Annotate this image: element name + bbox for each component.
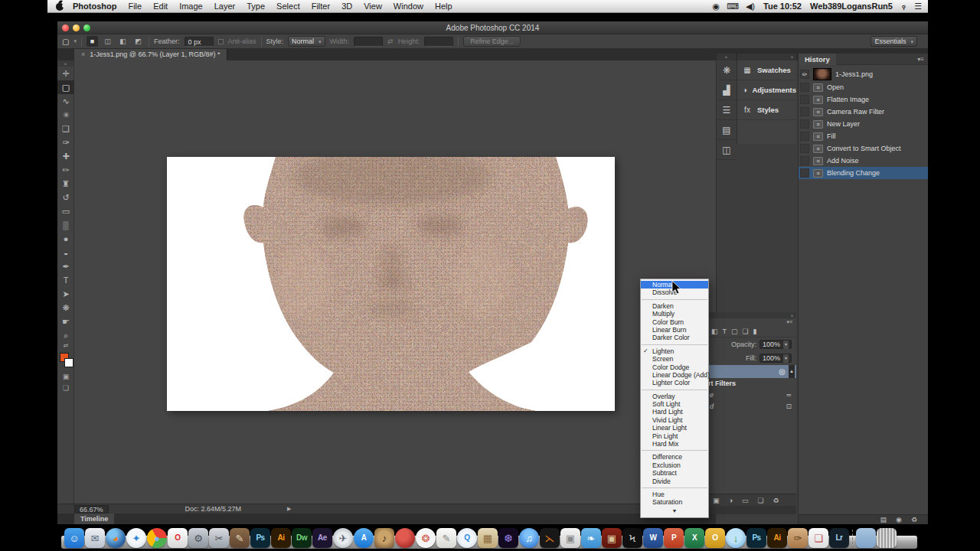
dock-firefox[interactable]: ◕ <box>106 528 126 548</box>
status-menu-arrow-icon[interactable]: ▶ <box>287 506 291 512</box>
dock-red-frame-app[interactable]: ▣ <box>602 528 622 548</box>
dock-photos-app[interactable]: ▣ <box>560 528 580 548</box>
intersect-selection-icon[interactable]: ◩ <box>132 36 144 47</box>
healing-brush-tool[interactable]: ✚ <box>57 149 74 163</box>
document-tab[interactable]: × 1-Jess1.png @ 66.7% (Layer 1, RGB/8#) … <box>74 49 227 60</box>
history-source-well[interactable] <box>800 119 809 129</box>
menu-item-view[interactable]: View <box>364 2 382 11</box>
histogram-panel-icon[interactable]: ▟ <box>717 80 737 100</box>
hand-tool[interactable]: ☛ <box>57 315 74 328</box>
color-panel-icon[interactable]: ❋ <box>717 60 737 80</box>
delete-state-icon[interactable]: ♻ <box>911 515 917 525</box>
swap-dimensions-icon[interactable]: ⇄ <box>387 37 394 45</box>
active-tool-icon[interactable]: ▢ <box>62 37 69 46</box>
zoom-level-input[interactable]: 66.67% <box>74 505 109 514</box>
antialias-checkbox[interactable] <box>218 39 224 44</box>
dock-photoshop[interactable]: Ps <box>250 528 270 548</box>
dock-globe-download[interactable]: ↓ <box>726 528 746 548</box>
locked-layer-row[interactable]: d ⊡ <box>705 400 796 412</box>
screen-mode-button[interactable]: ❏ <box>57 383 74 394</box>
dock-safari[interactable]: ✦ <box>126 528 146 548</box>
zoom-window-button[interactable] <box>83 24 90 31</box>
history-brush-tool[interactable]: ↺ <box>57 191 74 204</box>
dock-dreamweaver[interactable]: Dw <box>292 528 312 548</box>
menu-item-filter[interactable]: Filter <box>312 2 330 11</box>
dock-picasa[interactable]: ❂ <box>416 528 436 548</box>
move-tool[interactable]: ✛ <box>57 67 74 80</box>
blend-mode-difference[interactable]: Difference <box>641 453 708 461</box>
notification-center-icon[interactable]: ☰ <box>914 2 922 11</box>
filter-blend-icon[interactable]: ≂ <box>786 391 792 399</box>
opacity-input[interactable]: 100%▾ <box>760 340 792 349</box>
dock-chrome[interactable]: ● <box>147 528 167 548</box>
menu-item-photoshop[interactable]: Photoshop <box>73 2 116 11</box>
filter-shape-icon[interactable]: ▢ <box>731 328 738 335</box>
delete-layer-icon[interactable]: ♻ <box>773 497 779 504</box>
dock-candy-apple[interactable] <box>395 528 415 548</box>
document-canvas[interactable] <box>167 157 615 411</box>
apple-menu-icon[interactable] <box>55 1 65 11</box>
info-panel-icon[interactable]: ▤ <box>717 120 737 140</box>
dock-downloads-folder[interactable] <box>856 528 876 548</box>
blend-mode-linear-light[interactable]: Linear Light <box>641 424 708 432</box>
dock-desk-set[interactable]: ✎ <box>230 528 250 548</box>
input-source-icon[interactable]: ⌨ <box>727 2 739 11</box>
history-state-row[interactable]: ≡Flatten Image <box>799 93 928 106</box>
eraser-tool[interactable]: ▭ <box>57 204 74 218</box>
menu-item-type[interactable]: Type <box>247 2 265 11</box>
menu-item-file[interactable]: File <box>128 2 142 11</box>
style-dropdown[interactable]: Normal▾ <box>288 36 325 47</box>
history-source-well[interactable] <box>800 156 809 165</box>
add-to-selection-icon[interactable]: ◫ <box>102 36 113 47</box>
new-layer-icon[interactable]: ❏ <box>757 497 763 504</box>
menu-item-edit[interactable]: Edit <box>153 2 168 11</box>
dock-opera[interactable]: O <box>168 528 188 548</box>
dock-launchpad[interactable]: ✈ <box>333 528 353 548</box>
blend-mode-overlay[interactable]: Overlay <box>641 393 708 400</box>
filter-attribute-icon[interactable]: ▮ <box>753 328 757 335</box>
type-tool[interactable]: T <box>57 273 74 287</box>
tab-adjustments[interactable]: ◑Adjustments <box>737 80 796 100</box>
dock-illustrator-2[interactable]: Ai <box>767 528 787 548</box>
dock-finder[interactable]: ☺ <box>64 528 84 548</box>
history-state-row[interactable]: ≡Blending Change <box>799 167 928 179</box>
spotlight-icon[interactable]: ⌕ <box>898 1 909 11</box>
new-group-icon[interactable]: ▭ <box>742 497 749 504</box>
dock-zigzag-app[interactable]: Ϟ <box>622 528 642 548</box>
dock-system-preferences[interactable]: ⚙ <box>188 528 208 548</box>
history-source-well[interactable] <box>800 168 809 178</box>
new-adjustment-layer-icon[interactable]: ◑ <box>729 497 733 504</box>
background-color-swatch[interactable] <box>64 358 74 367</box>
dock-twitter[interactable]: ❧ <box>581 528 601 548</box>
dock-app-store[interactable]: A <box>354 528 374 548</box>
close-window-button[interactable] <box>62 24 69 31</box>
width-input[interactable] <box>354 37 383 47</box>
dock-word[interactable]: W <box>643 528 663 548</box>
workspace-dropdown[interactable]: Essentials▾ <box>871 36 917 47</box>
menu-item-3d[interactable]: 3D <box>341 2 352 11</box>
panel-collapse-icon[interactable]: » <box>737 54 796 60</box>
history-source-well[interactable] <box>800 132 809 141</box>
subtract-from-selection-icon[interactable]: ◧ <box>117 36 129 47</box>
history-state-row[interactable]: ≡New Layer <box>799 118 928 130</box>
quick-mask-button[interactable]: ▣ <box>57 371 74 383</box>
history-source-well[interactable] <box>800 95 809 104</box>
dock-fractal-app[interactable]: ❆ <box>498 528 518 548</box>
history-snapshot-row[interactable]: ✏1-Jess1.png <box>799 67 928 81</box>
dock-grab-scissors[interactable]: ✂ <box>209 528 229 548</box>
eyedropper-tool[interactable]: ✑ <box>57 135 74 149</box>
height-input[interactable] <box>424 37 453 47</box>
blend-mode-linear-burn[interactable]: Linear Burn <box>641 326 708 334</box>
dock-mail[interactable]: ✉ <box>85 528 105 548</box>
filter-smart-object-icon[interactable]: ❏ <box>743 328 749 335</box>
dock-slides-app[interactable]: ❏ <box>808 528 828 548</box>
refine-edge-button[interactable]: Refine Edge... <box>463 36 521 47</box>
dock-quicktime[interactable]: Q <box>457 528 477 548</box>
add-layer-mask-icon[interactable]: ▣ <box>713 497 720 504</box>
blend-mode-exclusion[interactable]: Exclusion <box>641 461 708 469</box>
blend-mode-hard-light[interactable]: Hard Light <box>641 408 708 416</box>
crop-tool[interactable]: ❑ <box>57 122 74 135</box>
history-source-well[interactable] <box>800 83 809 92</box>
menu-item-select[interactable]: Select <box>276 2 300 11</box>
dock-dark-orange-app[interactable]: ⋋ <box>540 528 560 548</box>
